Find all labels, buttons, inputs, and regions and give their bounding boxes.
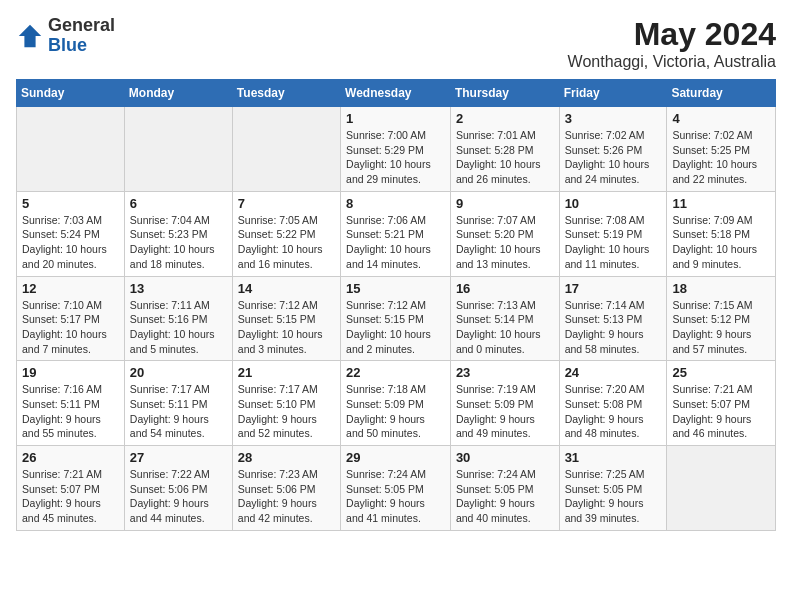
cell-info: Sunrise: 7:13 AMSunset: 5:14 PMDaylight:… <box>456 298 554 357</box>
weekday-header-sunday: Sunday <box>17 80 125 107</box>
logo-general: General <box>48 16 115 36</box>
calendar-cell: 4Sunrise: 7:02 AMSunset: 5:25 PMDaylight… <box>667 107 776 192</box>
calendar-cell: 5Sunrise: 7:03 AMSunset: 5:24 PMDaylight… <box>17 191 125 276</box>
cell-info: Sunrise: 7:21 AMSunset: 5:07 PMDaylight:… <box>22 467 119 526</box>
cell-date: 25 <box>672 365 770 380</box>
calendar-cell: 17Sunrise: 7:14 AMSunset: 5:13 PMDayligh… <box>559 276 667 361</box>
cell-info: Sunrise: 7:00 AMSunset: 5:29 PMDaylight:… <box>346 128 445 187</box>
week-row-5: 26Sunrise: 7:21 AMSunset: 5:07 PMDayligh… <box>17 446 776 531</box>
cell-info: Sunrise: 7:25 AMSunset: 5:05 PMDaylight:… <box>565 467 662 526</box>
calendar-cell: 31Sunrise: 7:25 AMSunset: 5:05 PMDayligh… <box>559 446 667 531</box>
calendar-cell <box>232 107 340 192</box>
weekday-header-thursday: Thursday <box>450 80 559 107</box>
weekday-header-friday: Friday <box>559 80 667 107</box>
cell-info: Sunrise: 7:19 AMSunset: 5:09 PMDaylight:… <box>456 382 554 441</box>
cell-date: 3 <box>565 111 662 126</box>
calendar-cell: 12Sunrise: 7:10 AMSunset: 5:17 PMDayligh… <box>17 276 125 361</box>
calendar-cell: 9Sunrise: 7:07 AMSunset: 5:20 PMDaylight… <box>450 191 559 276</box>
cell-date: 1 <box>346 111 445 126</box>
cell-date: 9 <box>456 196 554 211</box>
calendar-cell: 25Sunrise: 7:21 AMSunset: 5:07 PMDayligh… <box>667 361 776 446</box>
cell-info: Sunrise: 7:06 AMSunset: 5:21 PMDaylight:… <box>346 213 445 272</box>
cell-info: Sunrise: 7:17 AMSunset: 5:10 PMDaylight:… <box>238 382 335 441</box>
week-row-4: 19Sunrise: 7:16 AMSunset: 5:11 PMDayligh… <box>17 361 776 446</box>
cell-date: 4 <box>672 111 770 126</box>
calendar-cell <box>667 446 776 531</box>
cell-date: 2 <box>456 111 554 126</box>
weekday-header-monday: Monday <box>124 80 232 107</box>
calendar-cell: 24Sunrise: 7:20 AMSunset: 5:08 PMDayligh… <box>559 361 667 446</box>
calendar-cell: 1Sunrise: 7:00 AMSunset: 5:29 PMDaylight… <box>341 107 451 192</box>
cell-date: 5 <box>22 196 119 211</box>
cell-info: Sunrise: 7:12 AMSunset: 5:15 PMDaylight:… <box>346 298 445 357</box>
logo-text: General Blue <box>48 16 115 56</box>
cell-info: Sunrise: 7:11 AMSunset: 5:16 PMDaylight:… <box>130 298 227 357</box>
cell-date: 21 <box>238 365 335 380</box>
cell-info: Sunrise: 7:05 AMSunset: 5:22 PMDaylight:… <box>238 213 335 272</box>
calendar-cell: 7Sunrise: 7:05 AMSunset: 5:22 PMDaylight… <box>232 191 340 276</box>
calendar-cell: 3Sunrise: 7:02 AMSunset: 5:26 PMDaylight… <box>559 107 667 192</box>
cell-date: 15 <box>346 281 445 296</box>
week-row-1: 1Sunrise: 7:00 AMSunset: 5:29 PMDaylight… <box>17 107 776 192</box>
cell-date: 31 <box>565 450 662 465</box>
calendar-cell: 18Sunrise: 7:15 AMSunset: 5:12 PMDayligh… <box>667 276 776 361</box>
cell-info: Sunrise: 7:02 AMSunset: 5:25 PMDaylight:… <box>672 128 770 187</box>
calendar-cell: 10Sunrise: 7:08 AMSunset: 5:19 PMDayligh… <box>559 191 667 276</box>
calendar-cell: 28Sunrise: 7:23 AMSunset: 5:06 PMDayligh… <box>232 446 340 531</box>
cell-info: Sunrise: 7:22 AMSunset: 5:06 PMDaylight:… <box>130 467 227 526</box>
cell-info: Sunrise: 7:20 AMSunset: 5:08 PMDaylight:… <box>565 382 662 441</box>
cell-date: 24 <box>565 365 662 380</box>
week-row-3: 12Sunrise: 7:10 AMSunset: 5:17 PMDayligh… <box>17 276 776 361</box>
cell-info: Sunrise: 7:04 AMSunset: 5:23 PMDaylight:… <box>130 213 227 272</box>
cell-info: Sunrise: 7:14 AMSunset: 5:13 PMDaylight:… <box>565 298 662 357</box>
calendar-cell: 13Sunrise: 7:11 AMSunset: 5:16 PMDayligh… <box>124 276 232 361</box>
cell-date: 8 <box>346 196 445 211</box>
calendar-cell: 21Sunrise: 7:17 AMSunset: 5:10 PMDayligh… <box>232 361 340 446</box>
cell-date: 26 <box>22 450 119 465</box>
calendar-cell: 19Sunrise: 7:16 AMSunset: 5:11 PMDayligh… <box>17 361 125 446</box>
cell-date: 14 <box>238 281 335 296</box>
cell-date: 6 <box>130 196 227 211</box>
cell-info: Sunrise: 7:12 AMSunset: 5:15 PMDaylight:… <box>238 298 335 357</box>
cell-date: 27 <box>130 450 227 465</box>
cell-date: 18 <box>672 281 770 296</box>
cell-date: 7 <box>238 196 335 211</box>
cell-date: 12 <box>22 281 119 296</box>
cell-info: Sunrise: 7:24 AMSunset: 5:05 PMDaylight:… <box>456 467 554 526</box>
cell-info: Sunrise: 7:10 AMSunset: 5:17 PMDaylight:… <box>22 298 119 357</box>
cell-info: Sunrise: 7:18 AMSunset: 5:09 PMDaylight:… <box>346 382 445 441</box>
cell-info: Sunrise: 7:21 AMSunset: 5:07 PMDaylight:… <box>672 382 770 441</box>
calendar-cell: 20Sunrise: 7:17 AMSunset: 5:11 PMDayligh… <box>124 361 232 446</box>
cell-date: 20 <box>130 365 227 380</box>
cell-date: 10 <box>565 196 662 211</box>
calendar-cell: 26Sunrise: 7:21 AMSunset: 5:07 PMDayligh… <box>17 446 125 531</box>
cell-info: Sunrise: 7:08 AMSunset: 5:19 PMDaylight:… <box>565 213 662 272</box>
calendar-cell: 27Sunrise: 7:22 AMSunset: 5:06 PMDayligh… <box>124 446 232 531</box>
cell-date: 13 <box>130 281 227 296</box>
cell-date: 23 <box>456 365 554 380</box>
calendar-cell: 23Sunrise: 7:19 AMSunset: 5:09 PMDayligh… <box>450 361 559 446</box>
calendar-table: SundayMondayTuesdayWednesdayThursdayFrid… <box>16 79 776 531</box>
cell-info: Sunrise: 7:03 AMSunset: 5:24 PMDaylight:… <box>22 213 119 272</box>
cell-date: 22 <box>346 365 445 380</box>
page-header: General Blue May 2024 Wonthaggi, Victori… <box>16 16 776 71</box>
calendar-cell: 6Sunrise: 7:04 AMSunset: 5:23 PMDaylight… <box>124 191 232 276</box>
logo-blue: Blue <box>48 36 115 56</box>
cell-info: Sunrise: 7:24 AMSunset: 5:05 PMDaylight:… <box>346 467 445 526</box>
calendar-cell: 11Sunrise: 7:09 AMSunset: 5:18 PMDayligh… <box>667 191 776 276</box>
logo-icon <box>16 22 44 50</box>
calendar-cell: 2Sunrise: 7:01 AMSunset: 5:28 PMDaylight… <box>450 107 559 192</box>
calendar-cell <box>17 107 125 192</box>
cell-date: 30 <box>456 450 554 465</box>
cell-date: 17 <box>565 281 662 296</box>
calendar-cell: 14Sunrise: 7:12 AMSunset: 5:15 PMDayligh… <box>232 276 340 361</box>
logo: General Blue <box>16 16 115 56</box>
page-subtitle: Wonthaggi, Victoria, Australia <box>568 53 776 71</box>
cell-info: Sunrise: 7:17 AMSunset: 5:11 PMDaylight:… <box>130 382 227 441</box>
weekday-header-wednesday: Wednesday <box>341 80 451 107</box>
calendar-cell: 22Sunrise: 7:18 AMSunset: 5:09 PMDayligh… <box>341 361 451 446</box>
calendar-cell: 30Sunrise: 7:24 AMSunset: 5:05 PMDayligh… <box>450 446 559 531</box>
week-row-2: 5Sunrise: 7:03 AMSunset: 5:24 PMDaylight… <box>17 191 776 276</box>
svg-marker-0 <box>19 25 41 47</box>
cell-date: 19 <box>22 365 119 380</box>
